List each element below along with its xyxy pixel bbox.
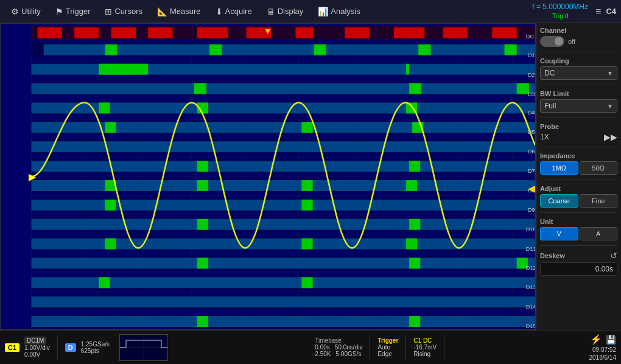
svg-text:D7: D7: [528, 168, 535, 174]
separator-3: [405, 335, 406, 360]
usb-icon: ⚡: [590, 334, 602, 345]
impedance-1m-button[interactable]: 1MΩ: [540, 161, 578, 175]
svg-rect-98: [302, 277, 313, 288]
svg-rect-53: [409, 83, 421, 94]
impedance-50-button[interactable]: 50Ω: [580, 161, 618, 175]
bw-limit-value: Full: [544, 102, 556, 110]
analysis-label: Analysis: [331, 7, 360, 16]
svg-rect-74: [197, 180, 208, 191]
impedance-section: Impedance 1MΩ 50Ω: [540, 152, 617, 175]
adjust-coarse-button[interactable]: Coarse: [540, 194, 578, 208]
trigger-menu[interactable]: ⚑ Trigger: [49, 4, 97, 19]
svg-rect-97: [99, 277, 110, 288]
dc-label: C1 DC: [413, 337, 437, 344]
save-icon: 💾: [606, 335, 616, 345]
right-panel: Channel off Coupling DC ▼ BW Limit Full: [536, 23, 621, 330]
svg-text:DC: DC: [526, 33, 535, 40]
deskew-refresh-icon[interactable]: ↺: [610, 251, 617, 261]
probe-section: Probe 1X ▶▶: [540, 123, 617, 142]
trigger-section: Trigger Auto Edge: [377, 337, 398, 357]
svg-rect-42: [209, 44, 222, 55]
unit-section: Unit V A: [540, 218, 617, 240]
svg-text:D4: D4: [528, 110, 535, 116]
trigger-level-arrow: ▶: [29, 171, 36, 183]
svg-rect-34: [295, 27, 314, 38]
deskew-value: 0.00s: [540, 262, 617, 276]
svg-rect-87: [105, 239, 116, 250]
clock-section: ⚡ 💾 09:07:52 2018/6/14: [589, 334, 617, 361]
svg-rect-29: [74, 27, 99, 38]
divider-7: [540, 245, 617, 246]
svg-rect-82: [31, 219, 535, 230]
separator-4: [444, 335, 444, 360]
unit-a-button[interactable]: A: [580, 227, 618, 240]
svg-text:D11: D11: [526, 246, 535, 252]
svg-rect-93: [409, 257, 420, 268]
channel-toggle[interactable]: [540, 36, 564, 47]
svg-rect-104: [409, 316, 420, 327]
coupling-arrow: ▼: [607, 70, 613, 77]
bw-limit-dropdown[interactable]: Full ▼: [540, 99, 617, 113]
svg-rect-30: [111, 27, 136, 38]
svg-text:D13: D13: [526, 284, 535, 290]
ch1-vdiv: 1.00V/div: [24, 345, 50, 351]
cursors-menu[interactable]: ⊞ Cursors: [99, 4, 149, 19]
divider-4: [540, 147, 617, 147]
svg-text:D12: D12: [526, 265, 535, 271]
clock-date: 2018/6/14: [589, 354, 617, 361]
trig-status: Trig'd: [552, 12, 569, 20]
dc-rising: Rising: [413, 351, 437, 357]
svg-rect-54: [517, 83, 529, 94]
svg-text:D1: D1: [528, 52, 535, 58]
svg-rect-57: [99, 102, 110, 113]
dc-val: -16.7mV: [413, 344, 437, 351]
svg-rect-91: [31, 257, 535, 268]
divider-1: [540, 52, 617, 52]
channel-section: Channel off: [540, 27, 617, 47]
mini-waveform: [119, 334, 168, 361]
main-content: ▼ DATA[0] DATA[1] DATA[2] DATA[3] DATA[4…: [0, 23, 621, 330]
divider-6: [540, 212, 617, 213]
acquire-label: Acquire: [225, 7, 252, 16]
mini-waveform-svg: [120, 335, 167, 360]
analysis-icon: 📊: [318, 7, 328, 16]
toggle-knob: [555, 37, 563, 46]
timebase-gs: 5.00GS/s: [336, 351, 362, 357]
c1-badge: C1: [5, 343, 19, 352]
svg-rect-68: [31, 161, 535, 172]
unit-v-button[interactable]: V: [540, 227, 578, 240]
scope-screen[interactable]: ▼ DATA[0] DATA[1] DATA[2] DATA[3] DATA[4…: [0, 23, 536, 330]
sample-rate: 1.25GSa/s: [81, 341, 110, 348]
utility-menu[interactable]: ⚙ Utility: [5, 4, 47, 19]
probe-value: 1X: [540, 133, 549, 141]
channel-toggle-row: off: [540, 36, 617, 47]
top-trigger-marker: ▼: [264, 26, 272, 36]
svg-rect-49: [406, 64, 409, 75]
timebase-section: Timebase 0.00s 50.0ns/div 2.50K 5.00GS/s: [315, 337, 362, 357]
coupling-dropdown[interactable]: DC ▼: [540, 66, 617, 80]
svg-rect-84: [409, 219, 420, 230]
svg-text:D6: D6: [528, 149, 535, 155]
analysis-menu[interactable]: 📊 Analysis: [312, 4, 366, 19]
deskew-label: Deskew: [540, 252, 565, 259]
svg-rect-45: [505, 44, 517, 55]
bw-limit-label: BW Limit: [540, 90, 617, 97]
d-badge: D: [65, 343, 76, 352]
svg-rect-103: [197, 316, 208, 327]
probe-row: 1X ▶▶: [540, 132, 617, 142]
menu-icon-lines: ≡: [595, 6, 601, 17]
svg-rect-52: [194, 83, 206, 94]
acquire-menu[interactable]: ⬇ Acquire: [209, 4, 258, 19]
freq-value: f = 5.000000MHz: [532, 2, 588, 12]
measure-menu[interactable]: 📐 Measure: [151, 4, 207, 19]
svg-rect-79: [105, 200, 116, 211]
display-menu[interactable]: 🖥 Display: [261, 4, 310, 19]
display-icon: 🖥: [267, 7, 275, 16]
svg-rect-38: [492, 27, 516, 38]
clock-time: 09:07:52: [592, 346, 616, 353]
divider-2: [540, 85, 617, 85]
frequency-display: f = 5.000000MHz Trig'd: [532, 2, 588, 21]
adjust-fine-button[interactable]: Fine: [580, 194, 618, 208]
utility-icon: ⚙: [11, 7, 19, 16]
probe-arrow-icon: ▶▶: [604, 132, 617, 142]
